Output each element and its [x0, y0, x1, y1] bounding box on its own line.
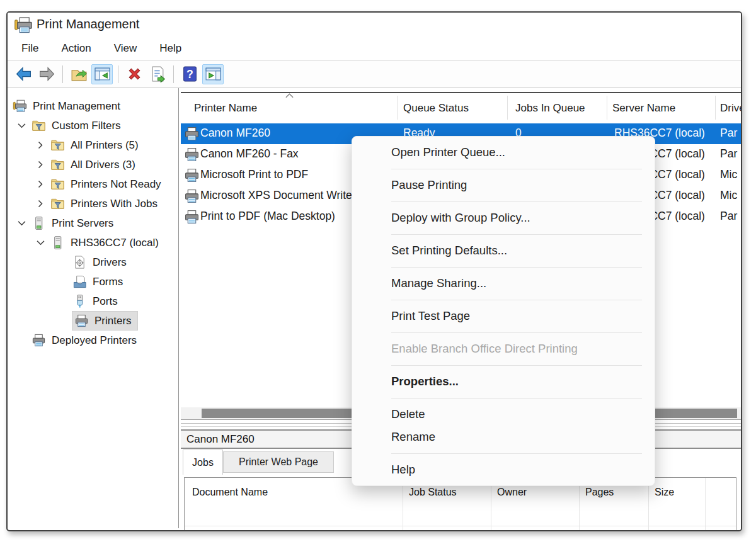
context-menu-item-pause-printing[interactable]: Pause Printing: [352, 176, 655, 195]
show-console-tree-button[interactable]: [91, 64, 113, 84]
tree-item-print-management[interactable]: Print Management: [8, 96, 178, 116]
app-printer-icon: [14, 16, 33, 35]
forms-icon: [72, 274, 87, 289]
delete-icon: [126, 65, 143, 82]
cell-printer-name: Print to PDF (Mac Desktop): [200, 210, 335, 223]
toolbar-separator: [173, 65, 174, 83]
jobs-column-owner[interactable]: Owner: [497, 487, 527, 498]
tab-printer-web-page[interactable]: Printer Web Page: [223, 451, 334, 473]
export-list-icon: [149, 65, 166, 82]
jobs-column-job-status[interactable]: Job Status: [409, 487, 457, 498]
drivers-icon: [72, 255, 87, 269]
cell-printer-name: Microsoft XPS Document Writer: [200, 189, 356, 202]
help-button[interactable]: ?: [179, 64, 200, 84]
chevron-down-icon[interactable]: [35, 240, 45, 246]
context-menu-separator: [391, 169, 642, 169]
context-menu-separator: [391, 453, 642, 454]
tree-item-label: All Printers (5): [71, 139, 139, 152]
chevron-right-icon: [38, 161, 43, 169]
filter-folder-icon: [50, 177, 65, 191]
app-printer-icon: [13, 99, 27, 113]
context-menu-item-print-test-page[interactable]: Print Test Page: [352, 307, 655, 325]
menu-view[interactable]: View: [114, 42, 137, 55]
chevron-down-icon[interactable]: [16, 220, 26, 226]
tree-item-label: Forms: [93, 276, 123, 288]
column-header-queue-status[interactable]: Queue Status: [403, 102, 469, 115]
tree-item-label: Print Servers: [52, 217, 113, 230]
forward-button[interactable]: [36, 64, 57, 84]
column-divider[interactable]: [397, 96, 398, 120]
context-menu-item-set-printing-defaults[interactable]: Set Printing Defaults...: [352, 241, 655, 260]
context-menu-item-delete[interactable]: Delete: [352, 405, 655, 424]
back-button[interactable]: [13, 64, 34, 84]
printer-icon: [184, 167, 200, 183]
show-console-tree-icon: [94, 65, 111, 82]
menu-bar: FileActionViewHelp: [8, 37, 741, 60]
screenshot-stage: Print Management FileActionViewHelp ? Pr…: [0, 0, 756, 549]
filter-folder-icon: [50, 138, 65, 152]
tree-item-rhs36cc7-local[interactable]: RHS36CC7 (local): [8, 233, 178, 252]
column-divider[interactable]: [715, 96, 716, 120]
selected-printer-title: Canon MF260: [186, 433, 255, 446]
jobs-column-divider: [705, 478, 706, 530]
console-tree-pane: Print ManagementCustom FiltersAll Printe…: [8, 88, 179, 528]
chevron-right-icon[interactable]: [35, 180, 45, 188]
printer-icon: [74, 314, 89, 328]
tab-jobs[interactable]: Jobs: [183, 450, 223, 475]
filter-folder-icon: [32, 118, 46, 133]
context-menu-item-open-printer-queue[interactable]: Open Printer Queue...: [352, 143, 655, 162]
tree-item-label: Printers Not Ready: [71, 178, 161, 191]
tree-item-all-printers-5[interactable]: All Printers (5): [8, 135, 178, 155]
context-menu-separator: [391, 267, 642, 268]
show-action-pane-button[interactable]: [202, 64, 224, 84]
tree-item-drivers[interactable]: Drivers: [8, 252, 178, 272]
tree-item-label: Deployed Printers: [52, 334, 137, 347]
tab-jobs-label: Jobs: [192, 457, 214, 468]
jobs-column-size[interactable]: Size: [655, 487, 674, 498]
column-header-server-name[interactable]: Server Name: [612, 102, 675, 115]
column-divider[interactable]: [607, 96, 607, 120]
window-title: Print Management: [37, 17, 139, 31]
jobs-table-row-line: [185, 526, 736, 526]
context-menu-item-help[interactable]: Help: [352, 460, 655, 479]
context-menu-separator: [391, 201, 642, 202]
jobs-column-document-name[interactable]: Document Name: [192, 487, 268, 498]
context-menu-separator: [391, 234, 642, 235]
tree-item-printers[interactable]: Printers: [8, 311, 178, 331]
context-menu-item-properties[interactable]: Properties...: [352, 372, 655, 391]
tree-item-printers-not-ready[interactable]: Printers Not Ready: [8, 174, 178, 194]
context-menu-separator: [391, 300, 642, 300]
printer-icon: [184, 147, 200, 162]
export-folder-button[interactable]: [68, 64, 89, 84]
tree-item-ports[interactable]: Ports: [8, 291, 178, 311]
help-icon: ?: [181, 65, 198, 82]
tree-item-all-drivers-3[interactable]: All Drivers (3): [8, 155, 178, 174]
menu-action[interactable]: Action: [61, 42, 91, 55]
column-divider[interactable]: [507, 96, 508, 120]
context-menu-item-deploy-with-group-policy[interactable]: Deploy with Group Policy...: [352, 208, 655, 227]
column-header-printer-name[interactable]: Printer Name: [194, 102, 257, 115]
filter-folder-icon: [50, 157, 65, 172]
tree-item-printers-with-jobs[interactable]: Printers With Jobs: [8, 194, 178, 213]
menu-file[interactable]: File: [21, 42, 38, 55]
tree-item-label: Drivers: [93, 256, 127, 269]
export-list-button[interactable]: [147, 64, 168, 84]
tree-item-forms[interactable]: Forms: [8, 272, 178, 291]
chevron-right-icon[interactable]: [35, 200, 45, 208]
tree-item-print-servers[interactable]: Print Servers: [8, 213, 178, 233]
tree-item-deployed-printers[interactable]: Deployed Printers: [8, 331, 178, 350]
column-header-driver-name[interactable]: Driver Name: [720, 102, 741, 115]
chevron-right-icon[interactable]: [35, 141, 45, 149]
chevron-down-icon[interactable]: [16, 123, 26, 128]
tree-selection-highlight: Printers: [72, 312, 137, 330]
tree-item-custom-filters[interactable]: Custom Filters: [8, 116, 178, 135]
chevron-right-icon[interactable]: [35, 161, 45, 169]
column-header-jobs-in-queue[interactable]: Jobs In Queue: [515, 102, 585, 115]
tree-item-label: Ports: [93, 295, 118, 308]
delete-button[interactable]: [123, 64, 145, 84]
context-menu-item-manage-sharing[interactable]: Manage Sharing...: [352, 274, 655, 293]
jobs-column-pages[interactable]: Pages: [585, 487, 614, 498]
menu-help[interactable]: Help: [159, 42, 181, 55]
context-menu-item-rename[interactable]: Rename: [352, 427, 655, 446]
context-menu-item-enable-branch-office-direct-printing: Enable Branch Office Direct Printing: [352, 339, 655, 358]
